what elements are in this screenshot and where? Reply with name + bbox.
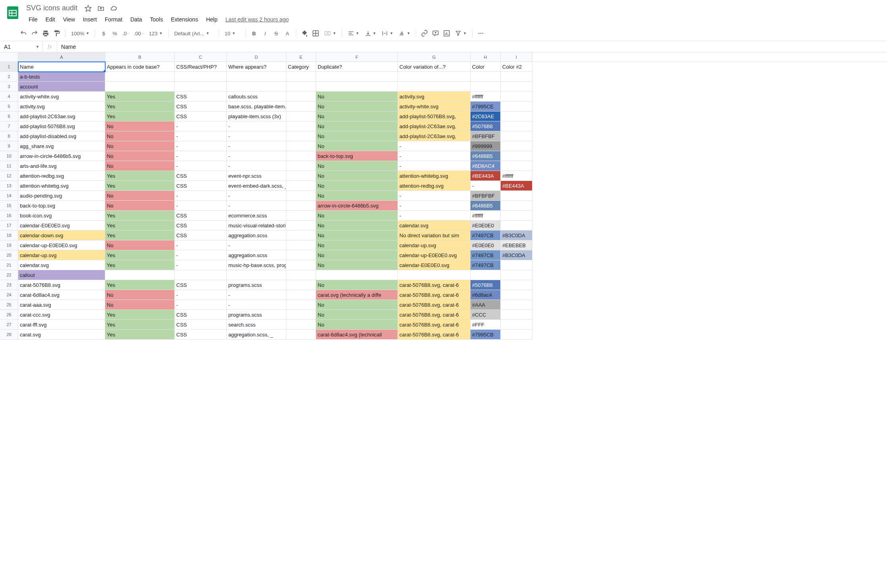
row-header[interactable]: 5 [0, 102, 18, 111]
cell[interactable]: callouts.scss [227, 92, 286, 102]
cell[interactable] [175, 72, 227, 82]
cell[interactable]: #FFF [470, 320, 501, 330]
cell[interactable]: - [398, 151, 470, 161]
row-header[interactable]: 4 [0, 92, 18, 102]
cell[interactable] [286, 102, 316, 111]
row-header[interactable]: 23 [0, 280, 18, 290]
cell[interactable]: - [227, 191, 286, 201]
menu-insert[interactable]: Insert [79, 15, 101, 24]
h-align-button[interactable]: ▼ [345, 28, 362, 38]
filter-icon[interactable]: ▼ [453, 28, 469, 38]
cell[interactable]: - [175, 191, 227, 201]
cell[interactable]: No [316, 102, 398, 111]
cell[interactable]: CSS [175, 211, 227, 221]
cell[interactable]: - [175, 121, 227, 131]
cell[interactable]: Yes [105, 330, 175, 340]
cell[interactable]: programs.scss [227, 310, 286, 320]
cell[interactable]: #AAA [470, 300, 501, 310]
text-rotate-button[interactable]: ▼ [396, 28, 413, 38]
cell[interactable]: agg_share.svg [18, 141, 105, 151]
cell[interactable]: No [316, 240, 398, 250]
strikethrough-button[interactable]: S [271, 28, 282, 38]
cell[interactable]: CSS [175, 92, 227, 102]
cell[interactable] [470, 270, 501, 280]
cell[interactable]: Yes [105, 102, 175, 111]
cell[interactable]: #ffffff [501, 171, 532, 181]
cell[interactable]: CSS [175, 330, 227, 340]
cell[interactable]: Yes [105, 181, 175, 191]
cell[interactable]: search.scss [227, 320, 286, 330]
cell[interactable]: No [316, 211, 398, 221]
cell[interactable]: add-playlist-5076B8.svg, [398, 111, 470, 121]
cell[interactable]: - [227, 161, 286, 171]
menu-view[interactable]: View [59, 15, 79, 24]
cell[interactable]: - [398, 191, 470, 201]
row-header[interactable]: 27 [0, 320, 18, 330]
cell[interactable]: - [175, 250, 227, 260]
cell[interactable]: calendar-up-E0E0E0.svg [18, 240, 105, 250]
column-header[interactable]: A [18, 52, 105, 61]
cell[interactable] [286, 181, 316, 191]
cell[interactable]: CSS [175, 111, 227, 121]
cell[interactable]: #6486B5 [470, 151, 501, 161]
cell[interactable]: carat-5076B8.svg, carat-6 [398, 330, 470, 340]
cell[interactable]: - [175, 300, 227, 310]
cell[interactable]: #7497CB [470, 231, 501, 240]
cell[interactable]: - [398, 141, 470, 151]
cell[interactable] [501, 161, 532, 171]
doc-title[interactable]: SVG icons audit [25, 3, 79, 13]
menu-extensions[interactable]: Extensions [167, 15, 202, 24]
cell[interactable] [501, 320, 532, 330]
cell[interactable]: CSS [175, 280, 227, 290]
column-header[interactable]: E [286, 52, 316, 61]
cell[interactable]: No [316, 111, 398, 121]
cell[interactable]: aggregation.scss [227, 250, 286, 260]
cell[interactable]: - [398, 211, 470, 221]
undo-icon[interactable] [18, 28, 29, 38]
cell[interactable]: No [105, 290, 175, 300]
cell[interactable] [286, 161, 316, 171]
cell[interactable]: #7995CB [470, 330, 501, 340]
star-icon[interactable] [85, 5, 92, 12]
cell[interactable]: Where appears? [227, 62, 286, 72]
row-header[interactable]: 10 [0, 151, 18, 161]
cell[interactable] [286, 260, 316, 270]
menu-file[interactable]: File [25, 15, 42, 24]
cell[interactable] [470, 82, 501, 92]
italic-button[interactable]: I [260, 28, 270, 38]
cell[interactable]: add-playlist-disabled.svg [18, 131, 105, 141]
cell[interactable]: #BE443A [501, 181, 532, 191]
cell[interactable]: No [316, 92, 398, 102]
cell[interactable]: - [175, 161, 227, 171]
cell[interactable]: Color #2 [501, 62, 532, 72]
row-header[interactable]: 17 [0, 221, 18, 231]
row-header[interactable]: 7 [0, 121, 18, 131]
cell[interactable]: No [316, 260, 398, 270]
cell[interactable]: a-b-tests [18, 72, 105, 82]
cell[interactable]: Yes [105, 111, 175, 121]
cell[interactable]: #6D8AC4 [470, 161, 501, 171]
cell[interactable] [175, 270, 227, 280]
row-header[interactable]: 15 [0, 201, 18, 211]
cell[interactable] [227, 270, 286, 280]
text-color-button[interactable]: A [282, 28, 293, 38]
row-header[interactable]: 24 [0, 290, 18, 300]
link-icon[interactable] [419, 28, 430, 38]
zoom-selector[interactable]: 100%▼ [69, 28, 92, 38]
cell[interactable]: #7497CB [470, 260, 501, 270]
cell[interactable]: No [316, 191, 398, 201]
cell[interactable]: Color variation of...? [398, 62, 470, 72]
cell[interactable]: programs.scss [227, 280, 286, 290]
row-header[interactable]: 6 [0, 111, 18, 121]
cell[interactable]: carat-5076B8.svg [18, 280, 105, 290]
cell[interactable]: #EBEBEB [501, 240, 532, 250]
cell[interactable] [227, 72, 286, 82]
cell[interactable]: activity-white.svg [18, 92, 105, 102]
cell[interactable]: No [316, 181, 398, 191]
row-header[interactable]: 3 [0, 82, 18, 92]
cell[interactable] [286, 111, 316, 121]
cell[interactable]: music-visual-related-stories.sc [227, 221, 286, 231]
column-header[interactable]: F [316, 52, 398, 61]
cell[interactable]: carat-6d8ac4.svg [18, 290, 105, 300]
cell[interactable]: playable-item.scss (3x) [227, 111, 286, 121]
